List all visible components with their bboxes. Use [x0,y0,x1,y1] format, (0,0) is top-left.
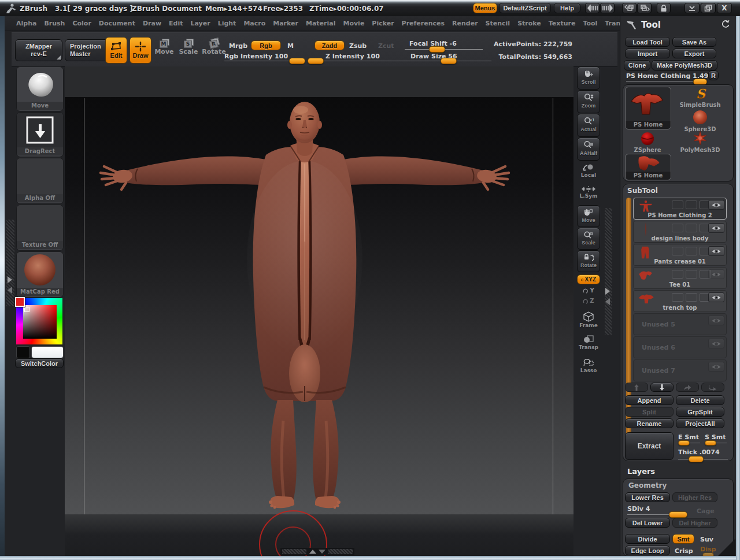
zadd-toggle[interactable]: Zadd [314,40,345,50]
menu-preferences[interactable]: Preferences [402,20,445,27]
menu-edit[interactable]: Edit [169,20,183,27]
menu-texture[interactable]: Texture [549,20,576,27]
aahalf-button[interactable]: AAHalf [577,138,600,161]
rename-button[interactable]: Rename [625,418,674,428]
menu-movie[interactable]: Movie [343,20,364,27]
secondary-color-swatch[interactable] [16,346,30,358]
right-tray-divider[interactable] [605,208,612,335]
rgb-toggle[interactable]: Rgb [251,40,281,50]
collapse-right-tray-icon[interactable] [600,3,615,13]
m-toggle[interactable]: M [287,42,294,50]
subtool-row-design-lines-body[interactable]: design lines body [633,221,727,243]
import-button[interactable]: Import [625,49,670,58]
current-color-swatch[interactable] [15,297,25,307]
menu-picker[interactable]: Picker [372,20,394,27]
subtool-option-box[interactable] [686,270,697,279]
menu-material[interactable]: Material [306,20,335,27]
subtool-branch-button[interactable] [701,383,724,392]
e-smt-handle[interactable] [678,440,690,446]
bottom-tray-divider[interactable] [280,548,354,555]
subtool-option-box[interactable] [686,201,697,209]
close-icon[interactable]: X [717,3,732,13]
menu-alpha[interactable]: Alpha [16,20,36,27]
right-tray-close-arrow[interactable] [605,298,610,305]
menu-stroke[interactable]: Stroke [517,20,541,27]
minimize-icon[interactable] [684,3,700,13]
window-resize-corner[interactable] [717,539,735,557]
tray-down-arrow[interactable] [319,550,325,554]
scale-3d-button[interactable]: Scale [577,228,600,250]
del-lower-button[interactable]: Del Lower [625,518,670,528]
subtool-row-unused-7[interactable]: Unused 7 [633,359,727,381]
cage-toggle[interactable]: Cage [697,507,715,515]
visibility-eye-icon[interactable] [708,246,724,256]
subtool-option-box[interactable] [672,201,683,209]
menu-stencil[interactable]: Stencil [486,20,510,27]
sdiv-slider-handle[interactable] [669,511,687,518]
menu-document[interactable]: Document [99,20,135,27]
grpsplit-button[interactable]: GrpSplit [676,407,724,417]
save-as-button[interactable]: Save As [672,37,716,47]
tool-panel-title[interactable]: Tool [641,20,661,30]
menus-button[interactable]: Menus [473,3,497,13]
mrgb-toggle[interactable]: Mrgb [229,42,247,50]
visibility-eye-icon[interactable] [708,339,724,348]
actual-button[interactable]: x1 Actual [577,114,600,137]
draw-button[interactable]: Draw [130,37,151,64]
append-button[interactable]: Append [625,395,674,405]
lasso-button[interactable]: Lasso [578,358,599,373]
scale-mode-button[interactable]: S Scale [178,39,199,63]
scroll-button[interactable]: Scroll [577,66,600,90]
visibility-eye-icon[interactable] [708,269,724,279]
lock-icon[interactable] [657,3,671,13]
switch-color-button[interactable]: SwitchColor [15,358,64,368]
subtool-row-unused-5[interactable]: Unused 5 [633,313,727,335]
menu-layer[interactable]: Layer [190,20,210,27]
menu-tool[interactable]: Tool [583,20,597,27]
tray-up-arrow[interactable] [309,550,316,554]
visibility-eye-icon[interactable] [708,223,724,233]
palette-item-sphere3d[interactable] [689,110,712,125]
current-tool-preview[interactable]: Move [16,66,64,112]
delete-button[interactable]: Delete [676,395,724,405]
menu-marker[interactable]: Marker [273,20,298,27]
color-picker[interactable] [16,298,62,344]
zsub-toggle[interactable]: Zsub [349,42,367,50]
s-smt-handle[interactable] [705,440,716,446]
thick-slider-handle[interactable] [689,456,704,462]
layers-section-header[interactable]: Layers [627,467,655,476]
texture-preview[interactable]: Texture Off [16,205,64,251]
subtool-option-box[interactable] [672,293,683,302]
help-button[interactable]: Help [554,3,580,13]
visibility-eye-icon[interactable] [708,316,724,325]
menu-draw[interactable]: Draw [143,20,161,27]
transp-button[interactable]: Transp [578,335,599,350]
frame-button[interactable]: Frame [578,311,599,328]
zmapper-button[interactable]: ZMapper rev-E [15,39,62,61]
alt-color-swatch[interactable] [31,346,64,358]
palette-item-simplebrush[interactable]: S [683,87,717,101]
suv-toggle[interactable]: Suv [700,536,713,543]
subtool-row-ps-home-clothing-2[interactable]: PS Home Clothing 2 [633,198,727,220]
edit-button[interactable]: Edit [105,37,127,64]
left-tray-open-arrow[interactable] [8,276,12,283]
lsym-button[interactable]: L.Sym [578,186,599,199]
palette-item-zsphere[interactable] [639,132,656,146]
next-document-icon[interactable] [637,3,652,13]
subtool-move-up-button[interactable] [625,383,648,392]
right-tray-open-arrow[interactable] [605,288,610,295]
load-tool-button[interactable]: Load Tool [625,37,670,47]
extract-button[interactable]: Extract [625,432,674,460]
z-intensity-handle[interactable] [308,58,324,64]
subtool-option-box[interactable] [672,247,683,255]
menu-light[interactable]: Light [218,20,236,27]
rotate-mode-button[interactable]: R Rotate [202,39,225,63]
subtool-duplicate-button[interactable] [676,383,699,392]
move-mode-button[interactable]: M Move [154,39,175,63]
higher-res-button[interactable]: Higher Res [672,492,717,502]
zcut-toggle[interactable]: Zcut [378,42,394,50]
edge-loop-button[interactable]: Edge Loop [625,546,670,555]
left-tray-close-arrow[interactable] [8,287,12,294]
rotate-y-button[interactable]: Y [578,287,599,294]
reset-panel-icon[interactable] [721,20,730,31]
